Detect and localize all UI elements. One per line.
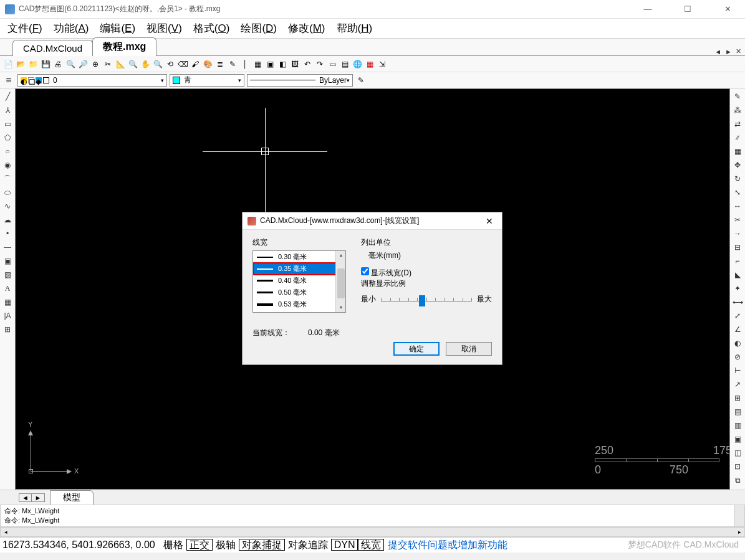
- layout-tab-model[interactable]: 模型: [50, 490, 94, 505]
- eraser-icon[interactable]: ⌫: [177, 59, 188, 70]
- explode-icon[interactable]: ✦: [732, 283, 743, 294]
- layer-combo[interactable]: ◐ ☐ ◆ 0 ▾: [17, 74, 167, 87]
- break-icon[interactable]: ⊟: [732, 242, 743, 253]
- layers-icon[interactable]: ≣: [214, 59, 226, 70]
- minimize-button[interactable]: —: [635, 4, 660, 14]
- pdf-icon[interactable]: ▦: [364, 59, 375, 70]
- palette-icon[interactable]: 🎨: [202, 59, 213, 70]
- lineweight-item[interactable]: 0.50 毫米: [253, 287, 345, 298]
- show-lineweight-checkbox[interactable]: 显示线宽(D): [361, 268, 411, 277]
- tool-r2-icon[interactable]: ▥: [732, 420, 743, 431]
- open-icon[interactable]: 📂: [15, 59, 26, 70]
- tool-a-icon[interactable]: ▦: [252, 59, 263, 70]
- list-scrollbar[interactable]: ▴ ▾: [335, 251, 345, 312]
- menu-file[interactable]: 文件(F): [7, 21, 42, 36]
- status-toggle-4[interactable]: 对象追踪: [285, 539, 331, 551]
- status-toggle-3[interactable]: 对象捕捉: [239, 539, 285, 551]
- maximize-button[interactable]: ☐: [675, 4, 700, 14]
- donut-icon[interactable]: ◉: [2, 159, 13, 171]
- tool-c-icon[interactable]: ◧: [277, 59, 288, 70]
- zoom-dyn-icon[interactable]: 🔍: [152, 59, 163, 70]
- dim-linear-icon[interactable]: ⟷: [732, 297, 743, 308]
- scroll-down-icon[interactable]: ▾: [336, 303, 346, 312]
- color-combo[interactable]: 青 ▾: [170, 74, 244, 87]
- brush-icon[interactable]: 🖌: [190, 59, 201, 70]
- ellipse-icon[interactable]: ⬭: [2, 187, 13, 198]
- tool-r1-icon[interactable]: ▤: [732, 406, 743, 417]
- dim-aligned-icon[interactable]: ⤢: [732, 310, 743, 321]
- circle-icon[interactable]: ○: [2, 146, 13, 157]
- fillet-icon[interactable]: ⌐: [732, 255, 743, 267]
- offset-icon[interactable]: ⫽: [732, 132, 743, 143]
- dim-angular-icon[interactable]: ∠: [732, 324, 743, 335]
- text-icon[interactable]: A: [2, 283, 13, 294]
- erase-icon[interactable]: ✎: [732, 91, 743, 102]
- cut-icon[interactable]: ✂: [102, 59, 113, 70]
- polygon-icon[interactable]: ⬠: [2, 132, 13, 143]
- lineweight-icon[interactable]: ✎: [355, 75, 367, 86]
- mirror-icon[interactable]: ⇄: [732, 118, 743, 130]
- zoom-ext-icon[interactable]: ⊕: [90, 59, 101, 70]
- layer-manager-icon[interactable]: ≡: [2, 74, 15, 87]
- menu-edit[interactable]: 编辑(E): [100, 21, 135, 36]
- zoom-window-icon[interactable]: 🔍: [127, 59, 138, 70]
- dim-radius-icon[interactable]: ◐: [732, 338, 743, 349]
- scroll-thumb[interactable]: [337, 268, 345, 298]
- globe-icon[interactable]: 🌐: [352, 59, 363, 70]
- pen-icon[interactable]: ✎: [227, 59, 238, 70]
- command-line[interactable]: 命令: Mx_LWeight 命令: Mx_LWeight: [0, 505, 745, 527]
- lineweight-list[interactable]: 0.30 毫米0.35 毫米0.40 毫米0.50 毫米0.53 毫米 ▴ ▾: [252, 250, 346, 313]
- menu-draw[interactable]: 绘图(D): [241, 21, 277, 36]
- tab-close-icon[interactable]: ✕: [736, 47, 741, 55]
- lineweight-item[interactable]: 0.30 毫米: [253, 251, 345, 263]
- menu-function[interactable]: 功能(A): [54, 21, 89, 36]
- tool-r3-icon[interactable]: ▣: [732, 434, 743, 445]
- undo-icon[interactable]: ↶: [302, 59, 313, 70]
- arc-icon[interactable]: ⌒: [2, 173, 13, 184]
- layout-next-icon[interactable]: ►: [32, 494, 44, 501]
- hscroll-left-icon[interactable]: ◂: [1, 528, 11, 536]
- rotate-icon[interactable]: ↻: [732, 173, 743, 184]
- tool-r4-icon[interactable]: ◫: [732, 447, 743, 458]
- status-toggle-5[interactable]: DYN: [331, 539, 358, 551]
- spline-icon[interactable]: ∿: [2, 201, 13, 212]
- trim-icon[interactable]: ✂: [732, 214, 743, 225]
- menu-format[interactable]: 格式(O): [193, 21, 230, 36]
- tool-r5-icon[interactable]: ⊡: [732, 461, 743, 472]
- show-lw-check[interactable]: [361, 267, 369, 275]
- tool-b-icon[interactable]: ▣: [264, 59, 276, 70]
- open2-icon[interactable]: 📁: [27, 59, 39, 70]
- tab-next-icon[interactable]: ►: [725, 48, 732, 55]
- lineweight-item[interactable]: 0.53 毫米: [253, 298, 345, 310]
- dialog-titlebar[interactable]: CAD.MxCloud-[www.mxdraw3d.com]-[线宽设置] ✕: [243, 212, 502, 230]
- dim-diameter-icon[interactable]: ⊘: [732, 351, 743, 363]
- cmd-hscroll[interactable]: ◂ ▸: [0, 527, 745, 537]
- mtext-icon[interactable]: |A: [2, 310, 13, 321]
- print-icon[interactable]: 🖨: [52, 59, 64, 70]
- scale-slider[interactable]: [381, 293, 472, 305]
- status-toggle-6[interactable]: 线宽: [358, 539, 384, 551]
- tab-cloud[interactable]: CAD.MxCloud: [12, 40, 93, 56]
- zoom-prev-icon[interactable]: ⟲: [165, 59, 176, 70]
- dim-ord-icon[interactable]: ⊢: [732, 365, 743, 376]
- measure-icon[interactable]: 📐: [115, 59, 126, 70]
- cmd-vscroll[interactable]: [734, 505, 744, 526]
- lineweight-item[interactable]: 0.35 毫米: [253, 263, 345, 275]
- close-button[interactable]: ✕: [715, 4, 740, 14]
- block-icon[interactable]: ▣: [2, 255, 13, 267]
- menu-view[interactable]: 视图(V): [147, 21, 182, 36]
- status-toggle-0[interactable]: 栅格: [160, 539, 186, 551]
- stretch-icon[interactable]: ↔: [732, 201, 743, 212]
- zoom-in-icon[interactable]: 🔎: [77, 59, 89, 70]
- pline-icon[interactable]: ⅄: [2, 105, 13, 116]
- menu-help[interactable]: 帮助(H): [337, 21, 373, 36]
- extend-icon[interactable]: →: [732, 228, 743, 239]
- pan-icon[interactable]: ✋: [140, 59, 151, 70]
- chamfer-icon[interactable]: ◣: [732, 269, 743, 280]
- linetype-combo[interactable]: ByLayer ▾: [247, 74, 353, 87]
- tool-e-icon[interactable]: ▤: [339, 59, 350, 70]
- layout-prev-icon[interactable]: ◄: [19, 494, 32, 501]
- new-icon[interactable]: 📄: [2, 59, 14, 70]
- field-icon[interactable]: ⊞: [2, 324, 13, 335]
- tab-tutorial[interactable]: 教程.mxg: [92, 37, 156, 56]
